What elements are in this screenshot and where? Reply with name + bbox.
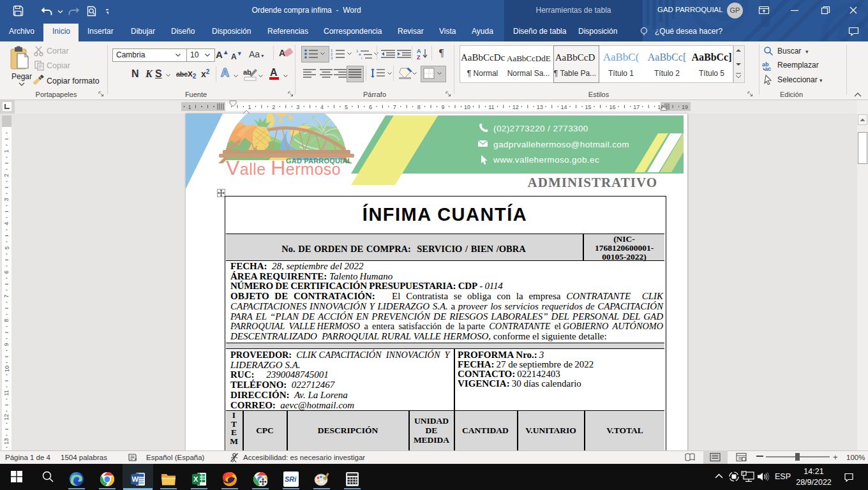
svg-text:7: 7 <box>393 104 396 110</box>
svg-text:19: 19 <box>682 104 688 110</box>
svg-text:2: 2 <box>272 104 275 110</box>
svg-text:W: W <box>132 475 139 483</box>
svg-text:3: 3 <box>4 198 10 201</box>
svg-text:4: 4 <box>4 222 10 225</box>
svg-text:A: A <box>417 48 421 54</box>
svg-text:X: X <box>193 475 198 483</box>
svg-text:14: 14 <box>561 104 567 110</box>
svg-text:2: 2 <box>4 174 10 177</box>
svg-text:Z: Z <box>417 54 421 60</box>
svg-text:12: 12 <box>4 414 10 420</box>
svg-text:×: × <box>134 456 137 462</box>
svg-text:ac: ac <box>765 66 771 71</box>
svg-text:5: 5 <box>345 104 348 110</box>
svg-text:1: 1 <box>4 149 10 152</box>
svg-text:6: 6 <box>369 104 372 110</box>
svg-text:15: 15 <box>585 104 591 110</box>
svg-text:8: 8 <box>4 319 10 322</box>
svg-text:5: 5 <box>4 246 10 249</box>
svg-text:9: 9 <box>4 343 10 346</box>
svg-text:i: i <box>361 56 362 59</box>
svg-text:10: 10 <box>464 104 470 110</box>
svg-text:4: 4 <box>320 104 324 110</box>
svg-text:3: 3 <box>331 56 333 59</box>
svg-text:13: 13 <box>537 104 543 110</box>
svg-text:12: 12 <box>513 104 519 110</box>
svg-text:1: 1 <box>188 104 191 110</box>
svg-text:8: 8 <box>417 104 421 110</box>
svg-text:13: 13 <box>4 438 10 445</box>
svg-text:10: 10 <box>4 366 10 372</box>
svg-text:3: 3 <box>296 104 299 110</box>
svg-text:11: 11 <box>488 104 494 110</box>
svg-text:7: 7 <box>4 295 10 298</box>
svg-text:16: 16 <box>609 104 615 110</box>
svg-text:6: 6 <box>4 271 10 274</box>
svg-text:9: 9 <box>442 104 445 110</box>
svg-text:17: 17 <box>633 104 640 110</box>
svg-text:SRi: SRi <box>285 475 297 483</box>
svg-text:11: 11 <box>4 390 10 396</box>
